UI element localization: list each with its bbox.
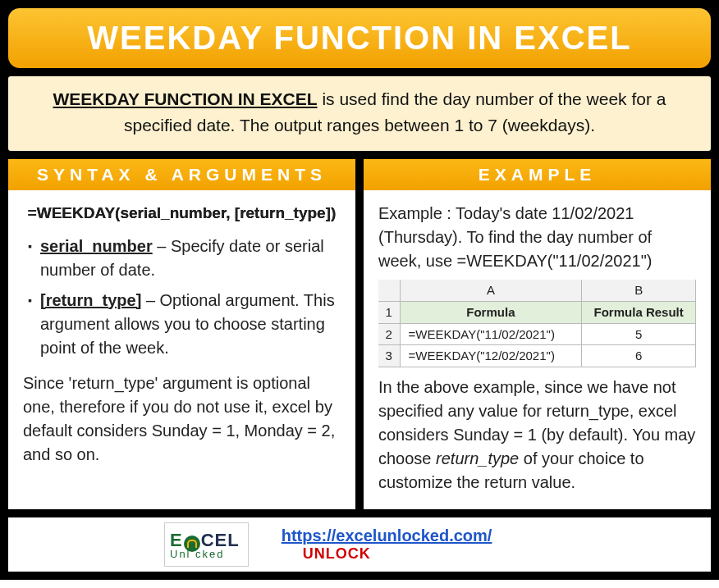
page-title: WEEKDAY FUNCTION IN EXCEL <box>87 20 631 56</box>
infographic-card: WEEKDAY FUNCTION IN EXCEL WEEKDAY FUNCTI… <box>0 0 719 580</box>
col-a-head: A <box>400 280 582 301</box>
arg2-label: [return_type] <box>40 291 141 309</box>
lock-icon <box>184 536 200 552</box>
description-box: WEEKDAY FUNCTION IN EXCEL is used find t… <box>8 76 711 151</box>
logo-cel: CEL <box>201 530 240 550</box>
syntax-body: =WEEKDAY(serial_number, [return_type]) s… <box>8 190 355 509</box>
example-outro: In the above example, since we have not … <box>378 376 696 495</box>
columns: SYNTAX & ARGUMENTS =WEEKDAY(serial_numbe… <box>8 159 711 509</box>
row1-head: 1 <box>378 301 400 323</box>
header-formula: Formula <box>400 301 582 323</box>
unlock-text: UNLOCK <box>303 545 492 563</box>
cell-result: 5 <box>582 323 696 345</box>
table-row: 3 =WEEKDAY("12/02/2021") 6 <box>378 345 696 367</box>
logo-e: E <box>170 530 183 550</box>
argument-item: serial_number – Specify date or serial n… <box>28 235 341 282</box>
example-intro: Example : Today's date 11/02/2021 (Thurs… <box>378 202 696 273</box>
cell-result: 6 <box>582 345 696 367</box>
example-column: EXAMPLE Example : Today's date 11/02/202… <box>364 159 711 509</box>
example-header: EXAMPLE <box>364 159 711 190</box>
logo: ECEL Unl cked <box>164 522 249 567</box>
description-bold: WEEKDAY FUNCTION IN EXCEL <box>53 89 318 108</box>
site-url[interactable]: https://excelunlocked.com/ <box>282 526 492 545</box>
syntax-note: Since 'return_type' argument is optional… <box>23 371 341 467</box>
syntax-formula: =WEEKDAY(serial_number, [return_type]) <box>23 202 341 225</box>
excel-table: A B 1 Formula Formula Result 2 =WEEKDAY(… <box>378 280 696 367</box>
syntax-column: SYNTAX & ARGUMENTS =WEEKDAY(serial_numbe… <box>8 159 355 509</box>
outro-em: return_type <box>436 449 519 467</box>
table-row: 2 =WEEKDAY("11/02/2021") 5 <box>378 323 696 345</box>
corner-cell <box>378 280 400 301</box>
syntax-header: SYNTAX & ARGUMENTS <box>8 159 355 190</box>
row2-head: 2 <box>378 323 400 345</box>
footer: ECEL Unl cked https://excelunlocked.com/… <box>8 517 711 572</box>
header-result: Formula Result <box>582 301 696 323</box>
example-body: Example : Today's date 11/02/2021 (Thurs… <box>364 190 711 509</box>
col-b-head: B <box>582 280 696 301</box>
cell-formula: =WEEKDAY("11/02/2021") <box>400 323 582 345</box>
row3-head: 3 <box>378 345 400 367</box>
footer-links: https://excelunlocked.com/ UNLOCK <box>282 526 492 563</box>
arg1-label: serial_number <box>40 237 153 255</box>
argument-list: serial_number – Specify date or serial n… <box>23 235 341 360</box>
argument-item: [return_type] – Optional argument. This … <box>28 289 341 360</box>
cell-formula: =WEEKDAY("12/02/2021") <box>400 345 582 367</box>
title-banner: WEEKDAY FUNCTION IN EXCEL <box>8 8 711 68</box>
